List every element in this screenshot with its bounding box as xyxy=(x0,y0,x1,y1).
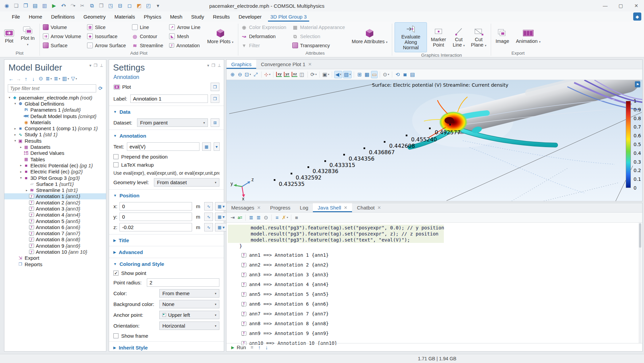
float-panel-icon[interactable]: ❐ xyxy=(212,63,215,68)
tree-item-component-1-comp-1[interactable]: ▸■Component 1 (comp 1){comp 1} xyxy=(4,125,106,131)
rotate-view-icon[interactable]: ⟳▾ xyxy=(310,71,318,78)
word-wrap-icon[interactable]: ⇥ xyxy=(229,214,236,221)
tree-item-global-definitions[interactable]: ▾⊕Global Definitions xyxy=(4,101,106,107)
java-shell-output[interactable]: model.result("pg3").feature(tag).set("po… xyxy=(226,223,642,345)
dropdown-arrow-icon[interactable]: ▾ xyxy=(340,73,341,76)
menu-tab-file[interactable]: File xyxy=(7,11,24,22)
zoom-extents-icon[interactable]: ⤢ xyxy=(252,71,259,78)
expand-all-icon[interactable]: ≣▾ xyxy=(45,75,53,82)
geometry-level-select[interactable]: From dataset▾ xyxy=(154,178,219,187)
background-color-select[interactable]: None▾ xyxy=(159,300,219,308)
tree-item-annotation-9[interactable]: TAnnotation 9{ann9} xyxy=(4,243,106,249)
show-axis-orientation-icon[interactable]: ▦ xyxy=(364,71,370,78)
tab-convergence-plot-1[interactable]: Convergence Plot 1✕ xyxy=(256,60,317,69)
graphics-corner-icon[interactable]: ⚑ xyxy=(635,81,640,87)
zoom-in-icon[interactable]: ⊕ xyxy=(229,71,236,78)
menu-tab-materials[interactable]: Materials xyxy=(110,11,139,22)
menu-tab-physics[interactable]: Physics xyxy=(139,11,166,22)
save-icon[interactable]: ▤ xyxy=(31,2,39,10)
dropdown-arrow-icon[interactable]: ▾ xyxy=(269,73,270,76)
model-tree-columns-icon[interactable]: ▥▾ xyxy=(61,75,70,82)
measure-icon[interactable]: ▭ xyxy=(371,71,378,78)
isosurface-button[interactable]: ◆Isosurface xyxy=(86,33,127,39)
menu-tab-home[interactable]: Home xyxy=(24,11,47,22)
zoom-box-icon[interactable]: ⊡▾ xyxy=(244,71,252,78)
tree-filter-input[interactable] xyxy=(8,84,96,92)
menu-tab-geometry[interactable]: Geometry xyxy=(79,11,110,22)
range-button[interactable]: ∿ xyxy=(204,223,213,231)
refresh-icon[interactable]: ⟳ xyxy=(98,85,103,91)
tree-item-electric-field-ec[interactable]: ▸■Electric Field (ec){pg2} xyxy=(4,169,106,175)
export-animation-button[interactable]: Animation ▾ xyxy=(514,27,542,46)
collapse-all-icon[interactable]: ≣▾ xyxy=(53,75,61,82)
dropdown-arrow-icon[interactable]: ▾ xyxy=(64,4,66,7)
volume-button[interactable]: Volume xyxy=(42,24,82,30)
tree-item-default-model-inputs[interactable]: ⋘Default Model Inputs{cminpt} xyxy=(4,113,106,119)
go-to-default-view-icon[interactable]: ⊹▾ xyxy=(264,71,271,78)
close-icon[interactable]: ✕ xyxy=(308,62,312,67)
scrollbar-thumb[interactable] xyxy=(639,223,641,248)
environment-icon[interactable]: ▣▾ xyxy=(322,71,330,78)
range-button[interactable]: ∿ xyxy=(204,213,213,221)
section-title[interactable]: ▶ Title xyxy=(113,238,219,243)
more-plots-button[interactable]: More Plots ▾ xyxy=(205,26,236,46)
tree-item-datasets[interactable]: ▸▦Datasets xyxy=(4,144,106,150)
tree-item-materials[interactable]: ◉Materials xyxy=(4,119,106,125)
menu-tab-study[interactable]: Study xyxy=(187,11,208,22)
pin-panel-icon[interactable]: ⊥ xyxy=(218,63,221,68)
more-attributes-button[interactable]: More Attributes ▾ xyxy=(350,26,390,46)
collapse-icon[interactable]: ▾ xyxy=(7,96,12,99)
tree-item-annotation-8[interactable]: TAnnotation 8{ann8} xyxy=(4,236,106,243)
line-numbers-icon[interactable]: ≡ xyxy=(274,214,280,221)
orthographic-projection-icon[interactable]: ◫ xyxy=(299,71,305,78)
dropdown-arrow-icon[interactable]: ▾ xyxy=(74,4,76,7)
show-point-checkbox[interactable]: ✓ xyxy=(113,271,118,276)
tab-messages[interactable]: Messages✕ xyxy=(226,203,265,212)
select-box-icon[interactable]: ◻ xyxy=(126,2,134,10)
menu-tab-3d-plot-group-3[interactable]: 3D Plot Group 3 xyxy=(266,11,311,22)
annotation-text-input[interactable] xyxy=(127,142,199,151)
cut-plane-button[interactable]: Cut Plane ▾ xyxy=(469,25,488,49)
tree-item-3d-plot-group-3[interactable]: ▾■3D Plot Group 3{pg3} xyxy=(4,175,106,181)
copy-icon[interactable]: ⧉ xyxy=(88,2,96,10)
arrow-line-button[interactable]: ↗Arrow Line xyxy=(168,24,201,30)
auto-assign-icon[interactable]: a= xyxy=(237,214,243,221)
expand-icon[interactable]: ▸ xyxy=(13,133,18,136)
collapse-icon[interactable]: ▾ xyxy=(13,102,18,105)
delete-icon[interactable]: ⊟ xyxy=(116,2,124,10)
section-coloring-and-style[interactable]: ▼ Coloring and Style xyxy=(113,261,219,267)
section-annotation[interactable]: ▼ Annotation xyxy=(113,133,219,139)
close-icon[interactable]: ✕ xyxy=(377,205,381,210)
comsol-logo-icon[interactable]: ◉ xyxy=(3,2,11,10)
dropdown-arrow-icon[interactable]: ▾ xyxy=(51,77,52,80)
menu-tab-developer[interactable]: Developer xyxy=(234,11,266,22)
open-file-icon[interactable]: ❐ xyxy=(22,2,30,10)
filter-tree-icon[interactable]: ▽▾ xyxy=(70,75,78,82)
tree-item-results[interactable]: ▾▣Results xyxy=(4,138,106,144)
point-radius-input[interactable] xyxy=(147,278,219,287)
color-select[interactable]: From theme▾ xyxy=(159,289,219,298)
tree-item-surface-1[interactable]: ▱Surface 1{surf1} xyxy=(4,181,106,187)
dropdown-arrow-icon[interactable]: ▾ xyxy=(59,77,60,80)
tree-item-annotation-6[interactable]: TAnnotation 6{ann6} xyxy=(4,224,106,230)
plot-update-icon[interactable]: ⟲ xyxy=(394,71,401,78)
tab-progress[interactable]: Progress xyxy=(265,203,295,212)
plot-button-label[interactable]: Plot xyxy=(122,84,131,90)
plot-button[interactable]: Plot xyxy=(2,27,16,45)
dropdown-arrow-icon[interactable]: ▾ xyxy=(388,73,389,76)
pin-panel-icon[interactable]: ⊥ xyxy=(100,63,103,68)
line-button[interactable]: Line xyxy=(131,24,164,30)
expand-icon[interactable]: ▸ xyxy=(19,170,23,173)
value-mode-button[interactable]: ▦ ▾ xyxy=(215,223,227,231)
x-position-input[interactable] xyxy=(119,202,192,211)
tree-item-annotation-3[interactable]: TAnnotation 3{ann3} xyxy=(4,205,106,212)
expression-menu-button[interactable]: ▾ xyxy=(214,142,220,151)
cut-line-button[interactable]: Cut Line ▾ xyxy=(450,25,467,49)
orientation-select[interactable]: Horizontal▾ xyxy=(159,322,219,330)
dropdown-arrow-icon[interactable]: ▾ xyxy=(250,73,251,76)
float-panel-icon[interactable]: ❐ xyxy=(94,63,98,68)
tab-chatbot[interactable]: Chatbot✕ xyxy=(352,203,385,212)
tree-item-annotation-7[interactable]: TAnnotation 7{ann7} xyxy=(4,230,106,236)
section-inherit-style[interactable]: ▶ Inherit Style xyxy=(113,345,219,351)
tree-item-study-1[interactable]: ▸∿Study 1{std 1} xyxy=(4,132,106,138)
